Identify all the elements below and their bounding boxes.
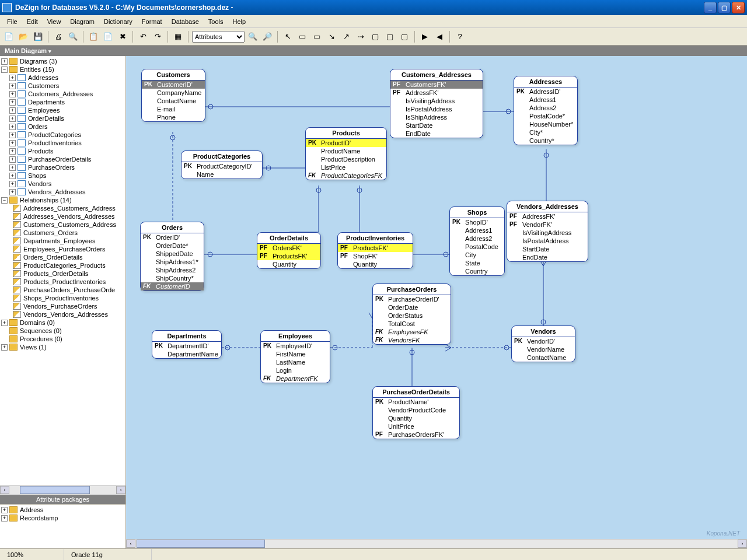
entity-attribute[interactable]: Address1 — [450, 226, 504, 235]
new-icon[interactable]: 📄 — [2, 30, 15, 43]
scroll-right-icon[interactable]: › — [116, 486, 125, 494]
entity-attribute[interactable]: PKOrderID' — [141, 233, 204, 242]
entity-attribute[interactable]: Quantity — [373, 414, 459, 422]
paste-icon[interactable]: 📄 — [102, 30, 114, 43]
entity-attribute[interactable]: PFAddressFK' — [390, 89, 483, 97]
expand-icon[interactable]: + — [9, 83, 16, 89]
tree-entity-item[interactable]: +OrderDetails — [1, 114, 124, 123]
entity-prodinv[interactable]: ProductInventoriesPFProductsFK'PFShopFK'… — [337, 232, 413, 269]
maximize-button[interactable]: ▢ — [718, 2, 731, 13]
sidebar-hscroll[interactable]: ‹ › — [0, 485, 125, 495]
expand-icon[interactable]: + — [9, 124, 16, 130]
entity-attribute[interactable]: PKAddressID' — [514, 88, 577, 96]
print-preview-icon[interactable]: 🔍 — [67, 30, 79, 43]
entity-attribute[interactable]: EndDate — [390, 130, 483, 138]
tree-relationship-item[interactable]: Products_OrderDetails — [1, 270, 124, 278]
tree-domains[interactable]: +Domains (0) — [1, 318, 124, 327]
tree-entity-item[interactable]: +ProductCategories — [1, 131, 124, 139]
tree-entity-item[interactable]: +Vendors_Addresses — [1, 188, 124, 196]
entity-attribute[interactable]: ProductDescription — [306, 155, 386, 163]
entity-attribute[interactable]: PFVendorFK' — [507, 220, 588, 229]
entity-attribute[interactable]: OrderStatus — [373, 312, 451, 320]
entity-attribute[interactable]: Quantity — [338, 260, 413, 268]
tree-relationship-item[interactable]: Orders_OrderDetails — [1, 253, 124, 261]
entity-attribute[interactable]: Country — [450, 267, 504, 275]
entity-attribute[interactable]: ProductName — [306, 147, 386, 155]
expand-icon[interactable]: + — [9, 75, 16, 81]
relation-icon[interactable]: ↘ — [325, 30, 338, 43]
group-icon[interactable]: ▢ — [398, 30, 411, 43]
undo-icon[interactable]: ↶ — [137, 30, 149, 43]
expand-icon[interactable]: + — [9, 156, 16, 163]
object-tree[interactable]: +Diagrams (3) −Entities (15) +Addresses+… — [0, 56, 125, 485]
entity-products[interactable]: ProductsPKProductID'ProductNameProductDe… — [305, 127, 387, 180]
tree-entities[interactable]: −Entities (15) — [1, 65, 124, 74]
entity-attribute[interactable]: ListPrice — [306, 163, 386, 172]
entity-attribute[interactable]: EndDate — [507, 253, 588, 261]
entity-attribute[interactable]: PFShopFK' — [338, 252, 413, 260]
collapse-icon[interactable]: − — [1, 197, 8, 204]
menu-file[interactable]: File — [2, 16, 22, 27]
expand-icon[interactable]: + — [1, 58, 8, 65]
stamp-icon[interactable]: ▢ — [383, 30, 396, 43]
tree-relationship-item[interactable]: PurchaseOrders_PurchaseOrde — [1, 286, 124, 294]
entity-cust_addr[interactable]: Customers_AddressesPFCustomersFK'PFAddre… — [390, 69, 483, 138]
expand-icon[interactable]: + — [9, 181, 16, 187]
tree-relationship-item[interactable]: Departments_Employees — [1, 237, 124, 245]
entity-orders[interactable]: OrdersPKOrderID'OrderDate*ShippedDateShi… — [140, 222, 204, 291]
entity-attribute[interactable]: UnitPrice — [373, 422, 459, 430]
expand-icon[interactable]: + — [9, 189, 16, 195]
menu-help[interactable]: Help — [228, 16, 250, 27]
entity-attribute[interactable]: ContactName — [142, 97, 205, 105]
canvas-hscroll[interactable]: ‹ › — [126, 539, 747, 548]
entity-attribute[interactable]: ShipCountry* — [141, 274, 204, 282]
menu-dictionary[interactable]: Dictionary — [99, 16, 137, 27]
entity-attribute[interactable]: PFCustomersFK' — [390, 80, 483, 89]
entity-orderdetails[interactable]: OrderDetailsPFOrdersFK'PFProductsFK'Quan… — [257, 232, 321, 269]
expand-icon[interactable]: + — [9, 107, 16, 114]
tree-entity-item[interactable]: +Addresses — [1, 74, 124, 82]
entity-attribute[interactable]: Phone — [142, 113, 205, 121]
save-icon[interactable]: 💾 — [32, 30, 44, 43]
tree-relationship-item[interactable]: Addresses_Customers_Address — [1, 204, 124, 212]
entity-attribute[interactable]: IsVisitingAddress — [390, 97, 483, 105]
expand-icon[interactable]: + — [1, 507, 8, 513]
reverse-icon[interactable]: ◀ — [433, 30, 446, 43]
entity-attribute[interactable]: OrderDate* — [141, 242, 204, 250]
entity-attribute[interactable]: FKEmployeesFK — [373, 328, 451, 336]
entity-attribute[interactable]: IsPostalAddress — [507, 237, 588, 245]
entity-attribute[interactable]: PFAddressFK' — [507, 212, 588, 220]
pointer-icon[interactable]: ↖ — [281, 30, 294, 43]
tree-relationships[interactable]: −Relationships (14) — [1, 196, 124, 204]
entity-purchorders[interactable]: PurchaseOrdersPKPurchaseOrderID'OrderDat… — [372, 284, 451, 345]
tree-entity-item[interactable]: +Orders — [1, 123, 124, 131]
expand-icon[interactable]: + — [9, 132, 16, 138]
entity-attribute[interactable]: Quantity — [257, 260, 320, 268]
expand-icon[interactable]: + — [9, 173, 16, 179]
expand-icon[interactable]: + — [9, 148, 16, 155]
entity-attribute[interactable]: FirstName — [261, 350, 330, 358]
entity-attribute[interactable]: Address2 — [450, 235, 504, 243]
close-button[interactable]: ✕ — [732, 2, 745, 13]
entity-attribute[interactable]: Address1 — [514, 96, 577, 104]
diagram-canvas[interactable]: placed by customer Kopona.NET CustomersP… — [126, 56, 747, 539]
scroll-thumb[interactable] — [20, 486, 90, 494]
scroll-left-icon[interactable]: ‹ — [126, 540, 135, 548]
entity-attribute[interactable]: IsVisitingAddress — [507, 229, 588, 237]
select-all-icon[interactable]: ▦ — [172, 30, 184, 43]
tree-entity-item[interactable]: +Products — [1, 147, 124, 155]
zoom-in-icon[interactable]: 🔍 — [246, 30, 259, 43]
entity-addresses[interactable]: AddressesPKAddressID'Address1Address2Pos… — [514, 76, 578, 145]
tree-relationship-item[interactable]: Customers_Customers_Address — [1, 220, 124, 229]
tree-relationship-item[interactable]: Shops_ProductInventories — [1, 294, 124, 302]
entity-attribute[interactable]: OrderDate — [373, 303, 451, 312]
entity-attribute[interactable]: PKProductID' — [306, 139, 386, 147]
tree-entity-item[interactable]: +Customers_Addresses — [1, 90, 124, 98]
open-icon[interactable]: 📂 — [17, 30, 30, 43]
menu-view[interactable]: View — [43, 16, 66, 27]
entity-attribute[interactable]: City — [450, 251, 504, 259]
entity-attribute[interactable]: FKCustomerID — [141, 282, 204, 290]
entity-attribute[interactable]: PFPurchaseOrdersFK' — [373, 430, 459, 439]
attributes-combo[interactable]: Attributes — [192, 31, 245, 43]
tab-main-diagram[interactable]: Main Diagram — [5, 47, 51, 54]
